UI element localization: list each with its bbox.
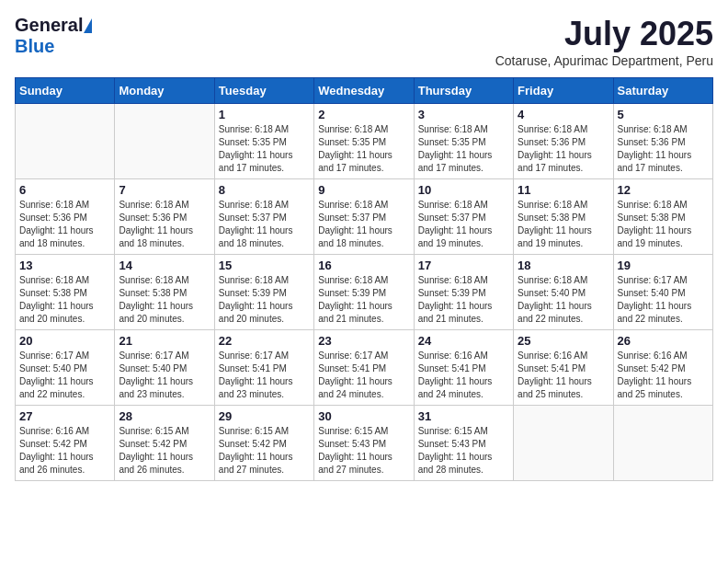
day-info: Sunrise: 6:17 AM Sunset: 5:40 PM Dayligh… <box>618 274 709 326</box>
day-number: 3 <box>418 108 509 121</box>
day-number: 17 <box>418 259 509 272</box>
day-number: 8 <box>219 183 310 197</box>
day-info: Sunrise: 6:17 AM Sunset: 5:40 PM Dayligh… <box>119 350 210 401</box>
day-info: Sunrise: 6:18 AM Sunset: 5:38 PM Dayligh… <box>518 199 609 250</box>
day-info: Sunrise: 6:16 AM Sunset: 5:41 PM Dayligh… <box>518 350 609 401</box>
day-number: 27 <box>19 409 110 423</box>
calendar-cell: 30Sunrise: 6:15 AM Sunset: 5:43 PM Dayli… <box>314 406 414 481</box>
day-number: 22 <box>219 334 310 348</box>
calendar-cell: 16Sunrise: 6:18 AM Sunset: 5:39 PM Dayli… <box>314 255 414 330</box>
day-info: Sunrise: 6:15 AM Sunset: 5:42 PM Dayligh… <box>219 425 310 477</box>
day-number: 16 <box>318 259 409 272</box>
calendar-cell: 3Sunrise: 6:18 AM Sunset: 5:35 PM Daylig… <box>414 104 513 179</box>
day-number: 26 <box>618 334 709 348</box>
day-number: 23 <box>318 334 409 348</box>
day-number: 19 <box>618 259 709 272</box>
calendar-table: SundayMondayTuesdayWednesdayThursdayFrid… <box>15 77 713 481</box>
calendar-day-header: Tuesday <box>214 78 313 104</box>
day-info: Sunrise: 6:15 AM Sunset: 5:43 PM Dayligh… <box>418 425 509 477</box>
day-info: Sunrise: 6:18 AM Sunset: 5:37 PM Dayligh… <box>418 199 509 250</box>
day-info: Sunrise: 6:18 AM Sunset: 5:35 PM Dayligh… <box>418 123 509 175</box>
calendar-cell: 19Sunrise: 6:17 AM Sunset: 5:40 PM Dayli… <box>613 255 712 330</box>
calendar-cell: 23Sunrise: 6:17 AM Sunset: 5:41 PM Dayli… <box>314 330 414 406</box>
day-number: 2 <box>318 108 409 121</box>
calendar-week-row: 13Sunrise: 6:18 AM Sunset: 5:38 PM Dayli… <box>16 255 713 330</box>
calendar-cell: 1Sunrise: 6:18 AM Sunset: 5:35 PM Daylig… <box>214 104 313 179</box>
day-number: 24 <box>418 334 509 348</box>
day-info: Sunrise: 6:18 AM Sunset: 5:35 PM Dayligh… <box>318 123 409 175</box>
calendar-cell: 6Sunrise: 6:18 AM Sunset: 5:36 PM Daylig… <box>16 179 115 255</box>
day-number: 28 <box>119 409 210 423</box>
day-info: Sunrise: 6:18 AM Sunset: 5:37 PM Dayligh… <box>318 199 409 250</box>
day-number: 31 <box>418 409 509 423</box>
calendar-day-header: Sunday <box>16 78 115 104</box>
calendar-cell: 4Sunrise: 6:18 AM Sunset: 5:36 PM Daylig… <box>514 104 613 179</box>
calendar-cell <box>16 104 115 179</box>
calendar-cell: 31Sunrise: 6:15 AM Sunset: 5:43 PM Dayli… <box>414 406 513 481</box>
calendar-week-row: 20Sunrise: 6:17 AM Sunset: 5:40 PM Dayli… <box>16 330 713 406</box>
day-number: 5 <box>618 108 709 121</box>
day-number: 10 <box>418 183 509 197</box>
day-number: 6 <box>19 183 110 197</box>
calendar-cell: 9Sunrise: 6:18 AM Sunset: 5:37 PM Daylig… <box>314 179 414 255</box>
calendar-day-header: Friday <box>514 78 613 104</box>
calendar-cell: 15Sunrise: 6:18 AM Sunset: 5:39 PM Dayli… <box>214 255 313 330</box>
calendar-cell: 14Sunrise: 6:18 AM Sunset: 5:38 PM Dayli… <box>115 255 214 330</box>
calendar-cell <box>514 406 613 481</box>
day-info: Sunrise: 6:18 AM Sunset: 5:38 PM Dayligh… <box>19 274 110 326</box>
calendar-cell: 20Sunrise: 6:17 AM Sunset: 5:40 PM Dayli… <box>16 330 115 406</box>
day-info: Sunrise: 6:18 AM Sunset: 5:40 PM Dayligh… <box>518 274 609 326</box>
calendar-week-row: 6Sunrise: 6:18 AM Sunset: 5:36 PM Daylig… <box>16 179 713 255</box>
calendar-cell <box>613 406 712 481</box>
calendar-cell: 24Sunrise: 6:16 AM Sunset: 5:41 PM Dayli… <box>414 330 513 406</box>
day-info: Sunrise: 6:18 AM Sunset: 5:38 PM Dayligh… <box>119 274 210 326</box>
day-number: 30 <box>318 409 409 423</box>
day-info: Sunrise: 6:18 AM Sunset: 5:38 PM Dayligh… <box>618 199 709 250</box>
day-number: 9 <box>318 183 409 197</box>
day-number: 20 <box>19 334 110 348</box>
logo-blue-text: Blue <box>15 36 54 57</box>
calendar-cell: 5Sunrise: 6:18 AM Sunset: 5:36 PM Daylig… <box>613 104 712 179</box>
calendar-day-header: Thursday <box>414 78 513 104</box>
calendar-cell: 28Sunrise: 6:15 AM Sunset: 5:42 PM Dayli… <box>115 406 214 481</box>
calendar-cell: 7Sunrise: 6:18 AM Sunset: 5:36 PM Daylig… <box>115 179 214 255</box>
calendar-cell: 13Sunrise: 6:18 AM Sunset: 5:38 PM Dayli… <box>16 255 115 330</box>
calendar-day-header: Wednesday <box>314 78 414 104</box>
calendar-cell: 2Sunrise: 6:18 AM Sunset: 5:35 PM Daylig… <box>314 104 414 179</box>
day-number: 4 <box>518 108 609 121</box>
day-info: Sunrise: 6:17 AM Sunset: 5:41 PM Dayligh… <box>219 350 310 401</box>
day-number: 13 <box>19 259 110 272</box>
calendar-cell: 11Sunrise: 6:18 AM Sunset: 5:38 PM Dayli… <box>514 179 613 255</box>
day-number: 14 <box>119 259 210 272</box>
calendar-cell <box>115 104 214 179</box>
calendar-cell: 21Sunrise: 6:17 AM Sunset: 5:40 PM Dayli… <box>115 330 214 406</box>
calendar-cell: 27Sunrise: 6:16 AM Sunset: 5:42 PM Dayli… <box>16 406 115 481</box>
calendar-cell: 29Sunrise: 6:15 AM Sunset: 5:42 PM Dayli… <box>214 406 313 481</box>
calendar-cell: 25Sunrise: 6:16 AM Sunset: 5:41 PM Dayli… <box>514 330 613 406</box>
calendar-week-row: 27Sunrise: 6:16 AM Sunset: 5:42 PM Dayli… <box>16 406 713 481</box>
calendar-cell: 10Sunrise: 6:18 AM Sunset: 5:37 PM Dayli… <box>414 179 513 255</box>
calendar-cell: 22Sunrise: 6:17 AM Sunset: 5:41 PM Dayli… <box>214 330 313 406</box>
day-info: Sunrise: 6:15 AM Sunset: 5:42 PM Dayligh… <box>119 425 210 477</box>
day-number: 21 <box>119 334 210 348</box>
calendar-header-row: SundayMondayTuesdayWednesdayThursdayFrid… <box>16 78 713 104</box>
day-info: Sunrise: 6:17 AM Sunset: 5:40 PM Dayligh… <box>19 350 110 401</box>
day-number: 29 <box>219 409 310 423</box>
day-info: Sunrise: 6:18 AM Sunset: 5:36 PM Dayligh… <box>518 123 609 175</box>
day-info: Sunrise: 6:18 AM Sunset: 5:39 PM Dayligh… <box>418 274 509 326</box>
calendar-cell: 26Sunrise: 6:16 AM Sunset: 5:42 PM Dayli… <box>613 330 712 406</box>
day-number: 11 <box>518 183 609 197</box>
logo-triangle-icon <box>84 18 92 33</box>
calendar-day-header: Monday <box>115 78 214 104</box>
day-number: 1 <box>219 108 310 121</box>
day-number: 25 <box>518 334 609 348</box>
calendar-day-header: Saturday <box>613 78 712 104</box>
calendar-cell: 18Sunrise: 6:18 AM Sunset: 5:40 PM Dayli… <box>514 255 613 330</box>
main-title: July 2025 <box>495 15 713 53</box>
title-area: July 2025 Cotaruse, Apurimac Department,… <box>495 15 713 68</box>
day-info: Sunrise: 6:18 AM Sunset: 5:39 PM Dayligh… <box>219 274 310 326</box>
day-number: 12 <box>618 183 709 197</box>
day-number: 15 <box>219 259 310 272</box>
day-info: Sunrise: 6:15 AM Sunset: 5:43 PM Dayligh… <box>318 425 409 477</box>
day-info: Sunrise: 6:18 AM Sunset: 5:36 PM Dayligh… <box>618 123 709 175</box>
